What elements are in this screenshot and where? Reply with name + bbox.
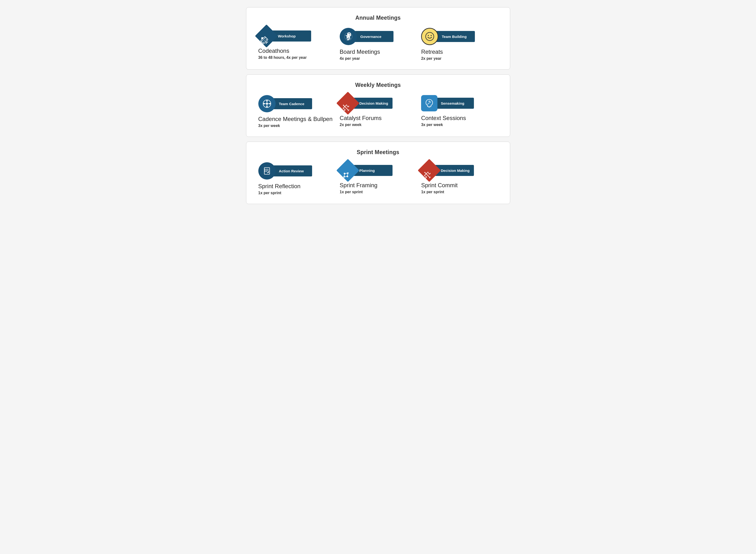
badge-row-planning: Planning [340, 162, 392, 179]
svg-point-20 [266, 100, 268, 102]
item-detail-sensemaking: 3x per week [421, 123, 443, 127]
item-name-workshop: Codeathons [258, 48, 289, 54]
team_cadence-icon [258, 95, 276, 112]
items-row-sprint: Action Review Sprint Reflection 1x per s… [256, 162, 500, 195]
svg-line-29 [343, 105, 348, 110]
svg-point-22 [263, 103, 265, 104]
meeting-item-decision_making_weekly: Decision Making Catalyst Forums 2x per w… [337, 95, 419, 128]
item-detail-decision_making_sprint: 1x per sprint [421, 190, 444, 194]
label-bar-planning: Planning [354, 165, 392, 176]
item-name-sensemaking: Context Sessions [421, 115, 466, 121]
team_building-icon [421, 28, 438, 45]
svg-point-37 [429, 101, 430, 102]
section-sprint: Sprint Meetings Action Review Sprint Ref… [246, 142, 510, 204]
item-name-decision_making_weekly: Catalyst Forums [340, 115, 382, 121]
badge-row-governance: Governance [340, 28, 393, 45]
items-row-annual: Workshop Codeathons 36 to 48 hours, 4x p… [256, 28, 500, 61]
label-bar-decision_making_weekly: Decision Making [354, 98, 392, 109]
svg-point-16 [426, 33, 434, 41]
svg-point-46 [264, 171, 265, 172]
item-detail-governance: 4x per year [340, 56, 360, 61]
section-weekly: Weekly Meetings Team Cadence Cadence Mee… [246, 74, 510, 137]
svg-line-51 [425, 172, 430, 177]
item-detail-workshop: 36 to 48 hours, 4x per year [258, 55, 307, 60]
label-bar-action_review: Action Review [274, 165, 312, 176]
label-bar-team_building: Team Building [436, 31, 475, 42]
workshop-icon [255, 24, 278, 48]
svg-point-45 [264, 170, 265, 171]
meeting-item-action_review: Action Review Sprint Reflection 1x per s… [256, 162, 337, 195]
badge-row-team_cadence: Team Cadence [258, 95, 312, 112]
badge-row-workshop: Workshop [258, 28, 311, 44]
item-name-action_review: Sprint Reflection [258, 183, 301, 189]
label-bar-governance: Governance [355, 31, 393, 42]
item-detail-planning: 1x per sprint [340, 190, 363, 194]
item-name-team_building: Retreats [421, 49, 443, 55]
svg-point-4 [263, 42, 264, 43]
meeting-item-team_building: Team Building Retreats 2x per year [419, 28, 500, 61]
item-name-planning: Sprint Framing [340, 182, 377, 189]
meeting-item-decision_making_sprint: Decision Making Sprint Commit 1x per spr… [419, 162, 500, 195]
page-wrapper: Annual Meetings Workshop Codeathons 3 [246, 7, 510, 204]
svg-point-21 [266, 106, 268, 107]
section-annual: Annual Meetings Workshop Codeathons 3 [246, 7, 510, 70]
badge-row-decision_making_sprint: Decision Making [421, 162, 474, 179]
svg-point-47 [343, 176, 345, 178]
section-title-weekly: Weekly Meetings [256, 82, 500, 88]
item-name-team_cadence: Cadence Meetings & Bullpen [258, 116, 333, 122]
item-name-governance: Board Meetings [340, 49, 380, 55]
badge-row-action_review: Action Review [258, 162, 312, 179]
sensemaking-icon [421, 95, 437, 111]
svg-point-23 [269, 103, 271, 104]
governance-icon [340, 28, 357, 45]
item-detail-decision_making_weekly: 2x per week [340, 123, 362, 127]
item-detail-team_cadence: 3x per week [258, 124, 280, 128]
meeting-item-sensemaking: Sensemaking Context Sessions 3x per week [419, 95, 500, 128]
label-bar-sensemaking: Sensemaking [435, 98, 474, 109]
svg-point-44 [264, 169, 265, 170]
svg-point-48 [343, 172, 345, 174]
item-detail-action_review: 1x per sprint [258, 191, 281, 195]
items-row-weekly: Team Cadence Cadence Meetings & Bullpen … [256, 95, 500, 128]
item-name-decision_making_sprint: Sprint Commit [421, 182, 457, 189]
action_review-icon [258, 162, 276, 179]
item-detail-team_building: 2x per year [421, 56, 441, 61]
label-bar-workshop: Workshop [273, 31, 311, 42]
section-title-annual: Annual Meetings [256, 15, 500, 21]
svg-point-18 [431, 35, 432, 36]
svg-point-28 [266, 103, 268, 105]
badge-row-sensemaking: Sensemaking [421, 95, 474, 111]
decision_making_sprint-icon [418, 159, 441, 182]
meeting-item-planning: Planning Sprint Framing 1x per sprint [337, 162, 419, 195]
svg-point-6 [266, 39, 267, 40]
svg-point-17 [428, 35, 429, 36]
svg-rect-40 [264, 168, 270, 174]
meeting-item-governance: Governance Board Meetings 4x per year [337, 28, 419, 61]
badge-row-decision_making_weekly: Decision Making [340, 95, 392, 111]
meeting-item-team_cadence: Team Cadence Cadence Meetings & Bullpen … [256, 95, 337, 128]
planning-icon [336, 159, 360, 182]
badge-row-team_building: Team Building [421, 28, 475, 45]
decision_making_weekly-icon [336, 92, 360, 115]
svg-point-5 [264, 40, 266, 42]
label-bar-decision_making_sprint: Decision Making [435, 165, 474, 176]
label-bar-team_cadence: Team Cadence [274, 98, 312, 109]
meeting-item-workshop: Workshop Codeathons 36 to 48 hours, 4x p… [256, 28, 337, 61]
section-title-sprint: Sprint Meetings [256, 149, 500, 156]
svg-line-2 [266, 42, 267, 43]
